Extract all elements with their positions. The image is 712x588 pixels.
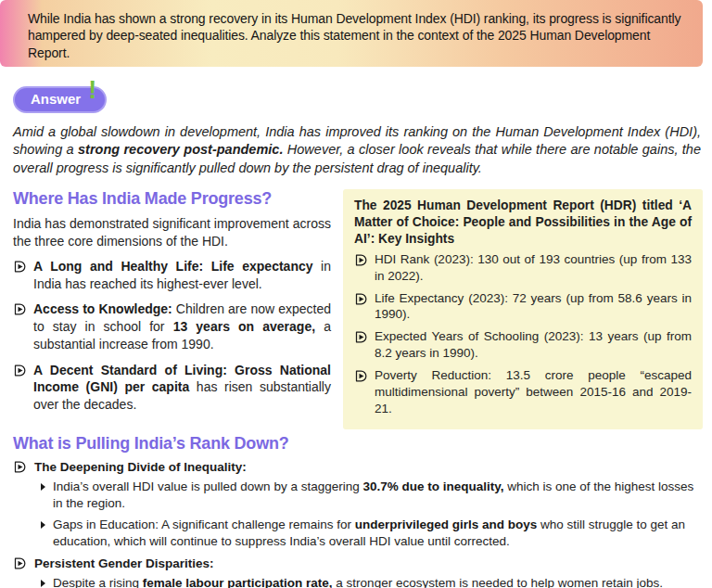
list-item: A Long and Healthy Life: Life expectancy…	[13, 258, 331, 293]
list-item-text: Access to Knowledge: Children are now ex…	[33, 300, 331, 352]
sub-list-item: Gaps in Education: A significant challen…	[41, 517, 703, 551]
play-bullet-icon	[13, 364, 27, 377]
intro-paragraph: Amid a global slowdown in development, I…	[13, 123, 701, 177]
triangle-bullet-icon	[41, 580, 45, 587]
list-item-text: A Decent Standard of Living: Gross Natio…	[33, 362, 331, 414]
answer-badge-row: Answer !	[13, 86, 712, 112]
list-item-text: Life Expectancy (2023): 72 years (up fro…	[375, 290, 692, 324]
columns-area: Where Has India Made Progress? India has…	[13, 189, 703, 429]
rank-down-heading: What is Pulling India’s Rank Down?	[13, 434, 703, 454]
list-item-text: HDI Rank (2023): 130 out of 193 countrie…	[375, 251, 692, 285]
question-banner: While India has shown a strong recovery …	[0, 0, 703, 67]
list-item: Expected Years of Schooling (2023): 13 y…	[354, 328, 692, 362]
play-bullet-icon	[13, 556, 27, 570]
play-bullet-icon	[354, 292, 368, 306]
group-title: The Deepening Divide of Inequality:	[34, 459, 247, 476]
sub-list-item: India’s overall HDI value is pulled down…	[41, 479, 703, 513]
answer-badge-label: Answer	[31, 91, 81, 107]
group-title-row: Persistent Gender Disparities:	[13, 556, 703, 572]
question-text: While India has shown a strong recovery …	[28, 11, 680, 60]
report-box-heading: The 2025 Human Development Report (HDR) …	[354, 198, 692, 248]
report-key-insights-box: The 2025 Human Development Report (HDR) …	[343, 189, 703, 429]
triangle-bullet-icon	[41, 521, 45, 529]
group-title-row: The Deepening Divide of Inequality:	[13, 459, 703, 476]
triangle-bullet-icon	[41, 483, 45, 491]
sub-item-text: India’s overall HDI value is pulled down…	[53, 479, 703, 513]
list-item: Life Expectancy (2023): 72 years (up fro…	[354, 290, 692, 324]
list-item: Poverty Reduction: 13.5 crore people “es…	[354, 367, 692, 416]
play-bullet-icon	[13, 460, 27, 474]
play-bullet-icon	[13, 260, 27, 274]
progress-lead: India has demonstrated significant impro…	[13, 215, 331, 250]
rank-down-section: What is Pulling India’s Rank Down? The D…	[13, 434, 703, 588]
progress-section: Where Has India Made Progress? India has…	[13, 189, 331, 429]
play-bullet-icon	[13, 302, 27, 316]
sub-item-text: Gaps in Education: A significant challen…	[53, 517, 703, 551]
exclamation-icon: !	[88, 78, 96, 103]
list-item-text: Expected Years of Schooling (2023): 13 y…	[375, 328, 692, 362]
list-item-text: A Long and Healthy Life: Life expectancy…	[33, 258, 331, 293]
play-bullet-icon	[354, 330, 368, 344]
answer-badge: Answer !	[13, 86, 107, 113]
list-item: Access to Knowledge: Children are now ex…	[13, 300, 331, 352]
group-title: Persistent Gender Disparities:	[34, 556, 214, 572]
list-item: HDI Rank (2023): 130 out of 193 countrie…	[354, 251, 692, 285]
play-bullet-icon	[354, 253, 368, 267]
sub-item-text: Despite a rising female labour participa…	[53, 575, 663, 588]
sub-list-item: Despite a rising female labour participa…	[41, 575, 703, 588]
play-bullet-icon	[354, 369, 368, 383]
list-item-text: Poverty Reduction: 13.5 crore people “es…	[375, 367, 692, 416]
progress-heading: Where Has India Made Progress?	[13, 189, 331, 209]
list-item: A Decent Standard of Living: Gross Natio…	[13, 362, 331, 414]
